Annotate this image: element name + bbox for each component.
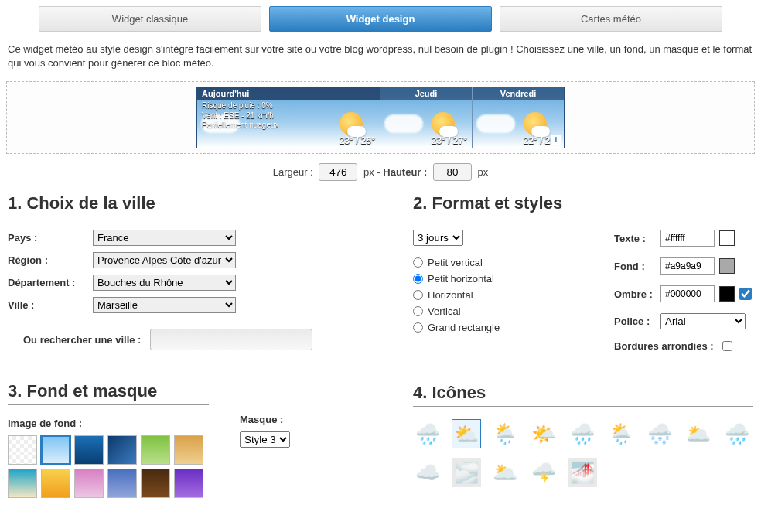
rounded-checkbox[interactable] bbox=[722, 341, 732, 351]
font-select[interactable]: Arial bbox=[660, 313, 746, 329]
step2-title: 2. Format et styles bbox=[413, 193, 753, 217]
bg-thumb-sky[interactable] bbox=[41, 435, 70, 465]
tab-maps[interactable]: Cartes météo bbox=[500, 6, 722, 32]
preview-day2-title: Jeudi bbox=[380, 87, 472, 100]
font-label: Police : bbox=[614, 315, 660, 327]
preview-wind: Vent : ESE - 21 km/h bbox=[202, 111, 279, 121]
city-label: Ville : bbox=[8, 299, 93, 311]
icon-grid: 🌧️ ⛅ 🌦️ 🌤️ 🌧️ 🌦️ 🌨️ 🌥️ 🌧️ ☁️ 🌫️ 🌥️ 🌩️ 🌁 bbox=[413, 419, 753, 487]
bg-thumb-pink[interactable] bbox=[74, 469, 104, 498]
sun-cloud-icon bbox=[432, 112, 455, 135]
weather-icon-shower[interactable]: 🌦️ bbox=[606, 419, 636, 448]
weather-icon-storm[interactable]: 🌩️ bbox=[529, 458, 558, 487]
bg-thumb-green[interactable] bbox=[141, 435, 170, 465]
bg-color-input[interactable] bbox=[660, 257, 715, 275]
tab-classic[interactable]: Widget classique bbox=[39, 6, 261, 32]
preview-day-fri: Vendredi 22° / 25° i bbox=[473, 87, 564, 148]
shadow-color-label: Ombre : bbox=[614, 288, 660, 300]
height-label: Hauteur : bbox=[383, 166, 427, 178]
search-label: Ou rechercher une ville : bbox=[23, 334, 141, 346]
dimensions-row: Largeur : px - Hauteur : px bbox=[0, 154, 761, 193]
dept-label: Département : bbox=[8, 277, 93, 288]
mask-label: Masque : bbox=[240, 414, 290, 425]
intro-text: Ce widget météo au style design s'intègr… bbox=[0, 32, 761, 81]
dept-select[interactable]: Bouches du Rhône bbox=[93, 275, 236, 291]
city-select[interactable]: Marseille bbox=[93, 297, 236, 313]
radio-vertical[interactable] bbox=[413, 306, 423, 316]
weather-icon-fog[interactable]: 🌫️ bbox=[452, 458, 481, 487]
height-input[interactable] bbox=[433, 163, 472, 181]
bg-thumb-brown[interactable] bbox=[141, 469, 170, 498]
country-label: Pays : bbox=[8, 232, 93, 244]
bg-thumb-yellow[interactable] bbox=[41, 469, 70, 498]
text-color-swatch[interactable] bbox=[719, 230, 735, 246]
step3-title: 3. Fond et masque bbox=[8, 381, 209, 405]
weather-icon-drizzle[interactable]: 🌧️ bbox=[722, 419, 752, 448]
weather-icon-sun[interactable]: 🌤️ bbox=[529, 419, 558, 448]
city-search-input[interactable] bbox=[150, 329, 312, 350]
bg-thumbnails bbox=[8, 435, 209, 498]
preview-day1-title: Aujourd'hui bbox=[197, 87, 380, 100]
text-color-input[interactable] bbox=[660, 230, 715, 247]
region-select[interactable]: Provence Alpes Côte d'azur bbox=[93, 252, 236, 268]
preview-cond: Partiellement nuageux bbox=[202, 121, 279, 131]
preview-temp1: 23° / 25° bbox=[340, 135, 375, 146]
weather-icon-cloud-rain[interactable]: 🌧️ bbox=[568, 419, 597, 448]
country-select[interactable]: France bbox=[93, 230, 236, 246]
shadow-color-input[interactable] bbox=[660, 285, 715, 302]
rounded-label: Bordures arrondies : bbox=[614, 340, 722, 352]
step1-title: 1. Choix de la ville bbox=[8, 193, 343, 217]
bg-thumb-crystal[interactable] bbox=[107, 435, 137, 465]
weather-icon-cloud-sun-bold[interactable]: 🌥️ bbox=[684, 419, 713, 448]
bg-thumb-blue[interactable] bbox=[74, 435, 104, 465]
weather-icon-overcast[interactable]: 🌥️ bbox=[490, 458, 520, 487]
mask-select[interactable]: Style 3 bbox=[240, 431, 290, 448]
bg-thumb-purple[interactable] bbox=[174, 469, 203, 498]
info-icon[interactable]: i bbox=[551, 135, 561, 145]
region-label: Région : bbox=[8, 254, 93, 266]
width-label: Largeur : bbox=[273, 166, 313, 178]
preview-day-thu: Jeudi 23° / 27° bbox=[380, 87, 473, 148]
shadow-checkbox[interactable] bbox=[739, 288, 752, 300]
radio-horizontal[interactable] bbox=[413, 290, 423, 300]
preview-rain: Risque de pluie : 0% bbox=[202, 101, 279, 111]
bg-thumb-sand[interactable] bbox=[174, 435, 203, 465]
weather-icon-sun-rain[interactable]: 🌦️ bbox=[490, 419, 520, 448]
preview-container: Aujourd'hui Risque de pluie : 0% Vent : … bbox=[6, 81, 755, 154]
bg-image-label: Image de fond : bbox=[8, 418, 209, 429]
bg-color-swatch[interactable] bbox=[719, 258, 735, 274]
width-input[interactable] bbox=[319, 163, 357, 181]
preview-day3-title: Vendredi bbox=[473, 87, 564, 100]
days-select[interactable]: 3 jours bbox=[413, 230, 463, 246]
bg-color-label: Fond : bbox=[614, 261, 660, 272]
sun-cloud-icon bbox=[524, 112, 547, 135]
weather-icon-partly[interactable]: ⛅ bbox=[452, 419, 481, 448]
weather-widget-preview: Aujourd'hui Risque de pluie : 0% Vent : … bbox=[196, 87, 565, 148]
step4-title: 4. Icônes bbox=[413, 383, 753, 407]
weather-icon-snow[interactable]: 🌨️ bbox=[645, 419, 674, 448]
weather-icon-rain[interactable]: 🌧️ bbox=[413, 419, 442, 448]
preview-day-today: Aujourd'hui Risque de pluie : 0% Vent : … bbox=[197, 87, 380, 148]
sun-cloud-icon bbox=[340, 112, 363, 135]
bg-thumb-transparent[interactable] bbox=[8, 435, 37, 465]
preview-temp2: 23° / 27° bbox=[432, 135, 467, 146]
bg-thumb-beach[interactable] bbox=[8, 469, 37, 498]
radio-petit-horizontal[interactable] bbox=[413, 274, 423, 284]
weather-icon-mist[interactable]: 🌁 bbox=[568, 458, 597, 487]
radio-petit-vertical[interactable] bbox=[413, 257, 423, 268]
weather-icon-cloud-black[interactable]: ☁️ bbox=[413, 458, 442, 487]
radio-grand-rect[interactable] bbox=[413, 322, 423, 332]
tab-design[interactable]: Widget design bbox=[269, 6, 492, 32]
shadow-color-swatch[interactable] bbox=[719, 286, 735, 302]
text-color-label: Texte : bbox=[614, 233, 660, 244]
bg-thumb-castle[interactable] bbox=[107, 469, 137, 498]
